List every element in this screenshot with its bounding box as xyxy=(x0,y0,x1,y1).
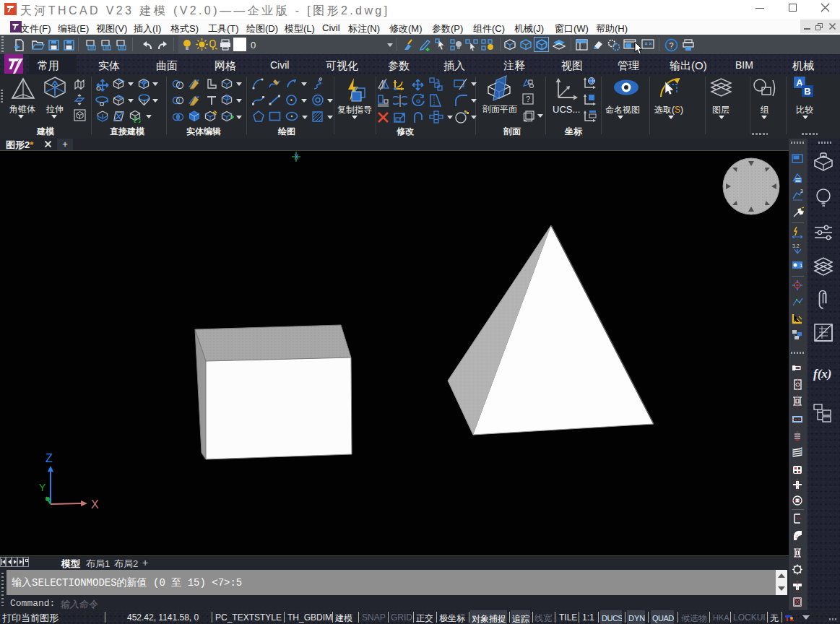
svg-text:3: 3 xyxy=(800,188,803,194)
svg-text:X: X xyxy=(91,498,99,511)
svg-text:?: ? xyxy=(526,95,530,103)
svg-text:Z: Z xyxy=(46,452,53,464)
svg-text:Y: Y xyxy=(39,482,46,493)
svg-text:3.2: 3.2 xyxy=(792,243,800,248)
svg-text:B: B xyxy=(804,86,810,97)
svg-text:1: 1 xyxy=(800,262,803,269)
svg-text:?: ? xyxy=(669,41,673,50)
